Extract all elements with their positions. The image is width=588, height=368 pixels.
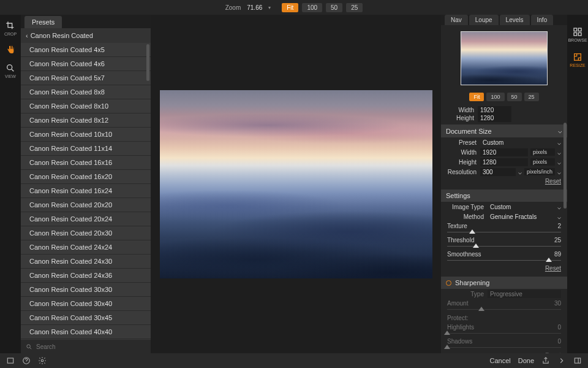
preset-list[interactable]: Canon Resin Coated 4x5Canon Resin Coated… (21, 43, 151, 340)
doc-preset-value[interactable]: Custom (480, 139, 555, 147)
preset-item[interactable]: Canon Resin Coated 24x36 (21, 269, 151, 283)
preset-item[interactable]: Canon Resin Coated 40x40 (21, 325, 151, 339)
help-icon[interactable] (22, 356, 31, 365)
zoom-100-button[interactable]: 100 (302, 3, 322, 12)
chevron-down-icon[interactable]: ⌵ (557, 159, 561, 166)
sharp-type-value[interactable]: Progressive (488, 290, 561, 298)
preset-item[interactable]: Canon Resin Coated 24x24 (21, 240, 151, 255)
doc-width-value[interactable]: 1920 (480, 148, 528, 156)
smoothness-value: 89 (554, 251, 561, 258)
presets-tab[interactable]: Presets (24, 16, 62, 28)
image-type-value[interactable]: Custom (488, 203, 555, 211)
doc-width-unit[interactable]: pixels (530, 148, 555, 156)
canvas-area[interactable] (151, 15, 441, 353)
chevron-down-icon[interactable]: ⌵ (518, 169, 522, 175)
preset-item[interactable]: Canon Resin Coated 20x24 (21, 212, 151, 226)
tab-info[interactable]: Info (531, 15, 554, 25)
presets-tab-row: Presets (21, 15, 151, 28)
preset-item[interactable]: Canon Resin Coated 16x24 (21, 184, 151, 198)
texture-slider[interactable]: Texture2 (441, 221, 567, 236)
view-tool[interactable]: VIEW (5, 63, 16, 79)
chevron-down-icon[interactable]: ⌵ (557, 204, 561, 210)
window-icon[interactable] (6, 356, 15, 365)
chevron-down-icon[interactable]: ▾ (268, 5, 271, 10)
nav-preview-image[interactable] (461, 31, 548, 85)
preset-item[interactable]: Canon Resin Coated 30x40 (21, 297, 151, 311)
section-settings[interactable]: Settings (441, 190, 567, 202)
preset-item[interactable]: Canon Resin Coated 4x5 (21, 43, 151, 57)
inspector-panel: Nav Loupe Levels Info Fit 100 50 25 Widt… (441, 15, 567, 353)
chevron-left-icon: ‹ (26, 32, 28, 39)
preset-scrollbar[interactable] (146, 44, 149, 81)
preset-item[interactable]: Canon Resin Coated 24x30 (21, 255, 151, 269)
hand-tool[interactable] (6, 45, 15, 55)
nav-zoom-fit[interactable]: Fit (469, 93, 484, 101)
preset-item[interactable]: Canon Resin Coated 5x7 (21, 71, 151, 85)
right-tool-rail: BROWSE RESIZE (567, 15, 588, 353)
zoom-value[interactable]: 71.66 (244, 3, 265, 12)
inspector-scrollbar[interactable] (564, 123, 567, 209)
chevron-down-icon[interactable]: ⌵ (557, 169, 561, 175)
crop-tool[interactable]: CROP (4, 21, 17, 36)
hand-icon (6, 45, 15, 55)
search-icon (26, 343, 32, 350)
preset-item[interactable]: Canon Resin Coated 4x6 (21, 57, 151, 71)
tab-nav[interactable]: Nav (445, 15, 468, 25)
preset-item[interactable]: Canon Resin Coated 16x16 (21, 156, 151, 170)
settings-reset[interactable]: Reset (441, 264, 567, 274)
method-value[interactable]: Genuine Fractals (488, 213, 555, 221)
pixel-width-value[interactable]: 1920 (478, 106, 511, 114)
resize-tool[interactable]: RESIZE (570, 52, 585, 67)
doc-reset[interactable]: Reset (441, 177, 567, 187)
doc-height-unit[interactable]: pixels (530, 158, 555, 166)
preset-item[interactable]: Canon Resin Coated 8x8 (21, 85, 151, 99)
panel-icon[interactable] (573, 356, 582, 365)
done-button[interactable]: Done (518, 357, 534, 364)
preset-item[interactable]: Canon Resin Coated 10x10 (21, 128, 151, 142)
tab-loupe[interactable]: Loupe (469, 15, 499, 25)
smoothness-slider[interactable]: Smoothness89 (441, 250, 567, 264)
preset-item[interactable]: Canon Resin Coated 11x14 (21, 142, 151, 156)
zoom-50-button[interactable]: 50 (326, 3, 342, 12)
section-sharpening[interactable]: Sharpening (441, 277, 567, 289)
doc-res-unit[interactable]: pixels/inch (524, 168, 555, 175)
svg-rect-10 (575, 358, 580, 363)
doc-height-value[interactable]: 1280 (480, 158, 528, 166)
chevron-down-icon[interactable]: ⌵ (557, 149, 561, 156)
zoom-25-button[interactable]: 25 (346, 3, 363, 12)
preset-group-header[interactable]: ‹ Canon Resin Coated (21, 28, 151, 43)
next-icon[interactable] (557, 356, 566, 365)
share-icon[interactable] (541, 356, 550, 365)
shadows-slider[interactable]: Shadows0 (441, 337, 567, 351)
tab-levels[interactable]: Levels (500, 15, 530, 25)
toggle-ring-icon[interactable] (446, 280, 451, 286)
texture-value: 2 (557, 223, 561, 229)
doc-res-value[interactable]: 300 (480, 168, 516, 176)
preset-item[interactable]: Canon Resin Coated 8x10 (21, 99, 151, 113)
cancel-button[interactable]: Cancel (489, 357, 510, 364)
nav-zoom-50[interactable]: 50 (507, 93, 522, 101)
sharp-amount-slider[interactable]: Amount30 (441, 299, 567, 313)
preset-item[interactable]: Canon Resin Coated 8x12 (21, 113, 151, 128)
preset-item[interactable]: Canon Resin Coated 20x20 (21, 198, 151, 212)
preset-item[interactable]: Canon Resin Coated 20x30 (21, 226, 151, 240)
section-document-size[interactable]: Document Size ⌵ (441, 125, 567, 137)
zoom-fit-button[interactable]: Fit (282, 3, 298, 12)
inspector-tabs: Nav Loupe Levels Info (441, 15, 567, 25)
gear-icon[interactable] (38, 356, 47, 365)
highlights-slider[interactable]: Highlights0 (441, 323, 567, 337)
threshold-slider[interactable]: Threshold25 (441, 236, 567, 250)
chevron-down-icon[interactable]: ⌵ (557, 139, 561, 146)
nav-zoom-100[interactable]: 100 (486, 93, 504, 101)
browse-tool[interactable]: BROWSE (568, 27, 587, 42)
preset-item[interactable]: Canon Resin Coated 16x20 (21, 170, 151, 184)
preset-search-row (21, 340, 151, 353)
svg-point-9 (41, 359, 43, 362)
doc-width-row: Width 1920 pixels ⌵ (441, 147, 567, 157)
preset-item[interactable]: Canon Resin Coated 30x45 (21, 311, 151, 325)
nav-zoom-25[interactable]: 25 (524, 93, 539, 101)
preset-item[interactable]: Canon Resin Coated 30x30 (21, 283, 151, 297)
chevron-down-icon[interactable]: ⌵ (557, 213, 561, 220)
pixel-height-value[interactable]: 1280 (478, 114, 511, 122)
preset-search-input[interactable] (36, 343, 146, 350)
